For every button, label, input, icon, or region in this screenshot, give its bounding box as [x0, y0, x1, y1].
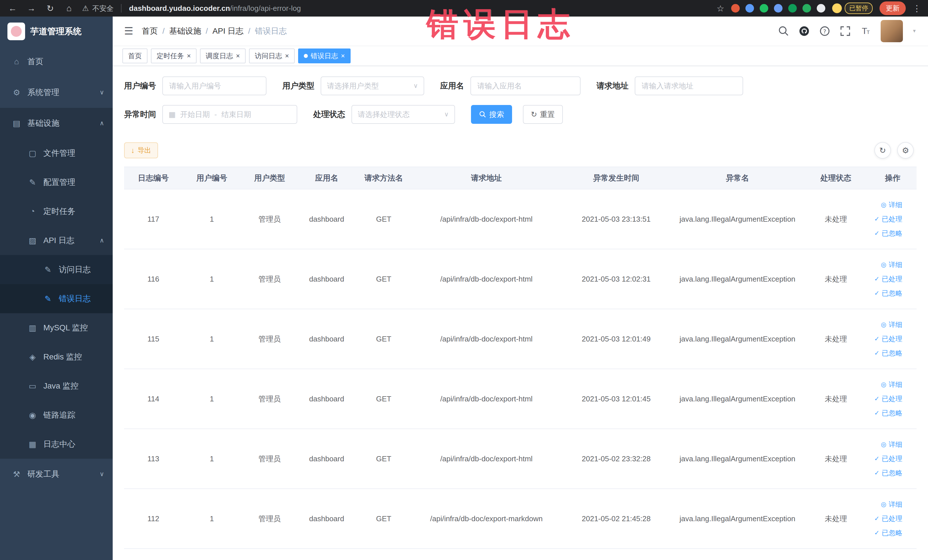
- table-refresh-icon[interactable]: ↻: [875, 142, 891, 159]
- request-url-input[interactable]: [635, 76, 743, 95]
- breadcrumb-item[interactable]: 基础设施: [169, 26, 201, 37]
- action-process-link[interactable]: ✓已处理: [875, 334, 902, 343]
- action-label: 已处理: [882, 215, 902, 224]
- row-actions: ◎详细✓已处理✓已忽略: [868, 369, 917, 429]
- check-icon: ✓: [875, 409, 879, 417]
- check-icon: ✓: [875, 290, 879, 297]
- browser-update-button[interactable]: 更新: [879, 2, 906, 15]
- action-detail-link[interactable]: ◎详细: [881, 260, 902, 269]
- log-center-icon: ▦: [27, 439, 38, 449]
- action-label: 详细: [888, 500, 902, 509]
- user-id-input[interactable]: [162, 76, 266, 95]
- forward-icon[interactable]: →: [26, 3, 37, 13]
- action-process-link[interactable]: ✓已处理: [875, 454, 902, 463]
- sidebar-item-access-log[interactable]: ✎访问日志: [0, 255, 113, 284]
- action-ignore-link[interactable]: ✓已忽略: [875, 409, 902, 418]
- action-ignore-link[interactable]: ✓已忽略: [875, 229, 902, 238]
- avatar-caret-down-icon[interactable]: ▼: [912, 29, 917, 34]
- bookmark-star-icon[interactable]: ☆: [717, 3, 724, 14]
- extension-blue-drop-icon[interactable]: [745, 4, 754, 12]
- search-icon[interactable]: [778, 25, 789, 37]
- breadcrumb-item[interactable]: API 日志: [212, 26, 244, 37]
- cell-method: GET: [355, 309, 412, 369]
- calendar-icon: ▦: [169, 110, 176, 119]
- export-button-label: 导出: [137, 146, 151, 155]
- cell-exception: java.lang.IllegalArgumentException: [672, 369, 803, 429]
- user-avatar[interactable]: [881, 20, 903, 42]
- user-type-label: 用户类型: [282, 81, 314, 91]
- sidebar-logo[interactable]: 芋道管理系统: [0, 17, 113, 46]
- action-ignore-link[interactable]: ✓已忽略: [875, 349, 902, 358]
- eye-icon: ◉: [27, 410, 38, 420]
- site-security[interactable]: ⚠ 不安全: [82, 4, 113, 13]
- table-settings-icon[interactable]: ⚙: [897, 142, 914, 159]
- sidebar-item-java[interactable]: ▭Java 监控: [0, 371, 113, 401]
- browser-home-icon[interactable]: ⌂: [63, 3, 75, 13]
- tab-job-log[interactable]: 调度日志×: [200, 49, 246, 63]
- sidebar-item-infra[interactable]: ▤基础设施∧: [0, 108, 113, 139]
- sidebar-item-log-center[interactable]: ▦日志中心: [0, 430, 113, 459]
- action-process-link[interactable]: ✓已处理: [875, 215, 902, 224]
- action-detail-link[interactable]: ◎详细: [881, 500, 902, 509]
- github-icon[interactable]: [798, 25, 810, 37]
- sidebar-item-error-log[interactable]: ✎错误日志: [0, 284, 113, 313]
- action-ignore-link[interactable]: ✓已忽略: [875, 528, 902, 537]
- profile-chip[interactable]: 已暂停: [832, 3, 873, 14]
- sidebar-item-config[interactable]: ✎配置管理: [0, 168, 113, 197]
- tab-access-log[interactable]: 访问日志×: [249, 49, 295, 63]
- extension-paw-icon[interactable]: [817, 4, 825, 12]
- close-icon[interactable]: ×: [285, 52, 289, 60]
- action-ignore-link[interactable]: ✓已忽略: [875, 289, 902, 298]
- action-process-link[interactable]: ✓已处理: [875, 514, 902, 523]
- app-name-input[interactable]: [470, 76, 580, 95]
- process-status-select[interactable]: 请选择处理状态 ∨: [351, 105, 455, 124]
- close-icon[interactable]: ×: [236, 52, 240, 60]
- back-icon[interactable]: ←: [7, 3, 18, 13]
- cell-url: /api/infra/db-doc/export-html: [412, 189, 560, 249]
- breadcrumb-item[interactable]: 首页: [142, 26, 158, 37]
- user-type-select[interactable]: 请选择用户类型 ∨: [321, 76, 424, 95]
- tab-error-log[interactable]: 错误日志×: [298, 49, 351, 63]
- extension-blue-grid-icon[interactable]: [774, 4, 783, 12]
- sidebar-item-redis[interactable]: ◈Redis 监控: [0, 342, 113, 371]
- extension-leaf-icon[interactable]: [803, 4, 811, 12]
- header-right-cluster: ? TT ▼: [778, 20, 917, 42]
- sidebar-item-dev-tools[interactable]: ⚒研发工具∨: [0, 459, 113, 490]
- extension-green-circle-icon[interactable]: [760, 4, 768, 12]
- export-button[interactable]: ↓ 导出: [124, 142, 158, 158]
- fullscreen-icon[interactable]: [839, 25, 851, 37]
- sidebar-item-mysql[interactable]: ▥MySQL 监控: [0, 313, 113, 342]
- sidebar-item-job[interactable]: ◔定时任务: [0, 197, 113, 226]
- extension-on-badge-icon[interactable]: [788, 4, 797, 12]
- font-size-icon[interactable]: TT: [860, 25, 872, 37]
- hamburger-icon[interactable]: ☰: [124, 25, 133, 37]
- action-detail-link[interactable]: ◎详细: [881, 200, 902, 209]
- action-ignore-link[interactable]: ✓已忽略: [875, 468, 902, 478]
- action-process-link[interactable]: ✓已处理: [875, 394, 902, 403]
- check-icon: ✓: [875, 395, 879, 403]
- address-bar[interactable]: dashboard.yudao.iocoder.cn/infra/log/api…: [129, 4, 301, 13]
- sidebar-item-api-log[interactable]: ▨API 日志∧: [0, 226, 113, 255]
- close-icon[interactable]: ×: [187, 52, 191, 60]
- browser-menu-icon[interactable]: ⋮: [913, 3, 921, 14]
- sidebar-item-file[interactable]: ▢文件管理: [0, 139, 113, 168]
- sidebar-item-home[interactable]: ⌂首页: [0, 46, 113, 77]
- sidebar-item-system[interactable]: ⚙系统管理∨: [0, 77, 113, 108]
- action-detail-link[interactable]: ◎详细: [881, 320, 902, 329]
- action-detail-link[interactable]: ◎详细: [881, 380, 902, 389]
- tab-job[interactable]: 定时任务×: [151, 49, 197, 63]
- reload-icon[interactable]: ↻: [44, 3, 56, 14]
- close-icon[interactable]: ×: [341, 52, 345, 60]
- sidebar-item-trace[interactable]: ◉链路追踪: [0, 401, 113, 430]
- action-detail-link[interactable]: ◎详细: [881, 440, 902, 449]
- search-button[interactable]: 搜索: [471, 105, 512, 124]
- exception-time-range-picker[interactable]: ▦ 开始日期 - 结束日期: [162, 105, 297, 124]
- reset-button[interactable]: ↻ 重置: [523, 105, 563, 124]
- help-icon[interactable]: ?: [819, 25, 830, 37]
- action-process-link[interactable]: ✓已处理: [875, 275, 902, 284]
- cell-id: 112: [124, 489, 183, 549]
- tab-home[interactable]: 首页: [122, 49, 148, 63]
- sidebar-item-label: 错误日志: [59, 293, 91, 304]
- extension-red-circle-icon[interactable]: [731, 4, 740, 12]
- sidebar-item-label: 配置管理: [43, 177, 75, 188]
